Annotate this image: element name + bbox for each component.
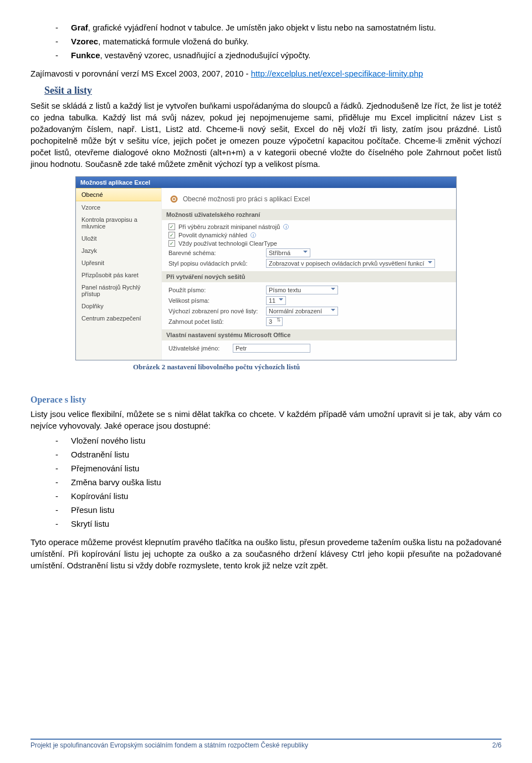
info-icon[interactable]: i [283, 224, 289, 230]
list-item: Graf, grafické vyjádření hodnot v tabulc… [55, 22, 502, 33]
heading-operace-s-listy: Operace s listy [30, 395, 502, 405]
checkbox-minipanel[interactable]: Při výběru zobrazit minipanel nástrojů [178, 223, 280, 230]
excel-options-dialog: Možnosti aplikace Excel Obecné Vzorce Ko… [75, 176, 457, 360]
sidebar-item-obecne[interactable]: Obecné [76, 188, 161, 201]
checkbox-cleartype[interactable]: Vždy používat technologii ClearType [178, 240, 277, 247]
heading-sesit-a-listy: Sešit a listy [44, 85, 502, 96]
operations-list: Vložení nového listu Odstranění listu Př… [55, 435, 502, 530]
sidebar-item-upresnit[interactable]: Upřesnit [76, 257, 161, 269]
paragraph-operace-end: Tyto operace můžeme provést klepnutím pr… [30, 536, 502, 571]
label-username: Uživatelské jméno: [168, 345, 229, 352]
footer-text: Projekt je spolufinancován Evropským soc… [30, 741, 308, 749]
sidebar-item-jazyk[interactable]: Jazyk [76, 245, 161, 257]
svg-point-1 [173, 198, 175, 200]
page-number: 2/6 [492, 741, 502, 749]
dialog-main-header: Obecné možnosti pro práci s aplikací Exc… [183, 195, 310, 203]
list-item: Vložení nového listu [55, 435, 502, 446]
dialog-sidebar: Obecné Vzorce Kontrola pravopisu a mluvn… [76, 188, 162, 360]
definition-list: Graf, grafické vyjádření hodnot v tabulc… [55, 22, 502, 61]
sidebar-item-doplnky[interactable]: Doplňky [76, 300, 161, 312]
list-item: Přejmenování listu [55, 462, 502, 474]
input-username[interactable]: Petr [233, 344, 310, 353]
list-item: Přesun listu [55, 504, 502, 516]
checkbox-icon[interactable]: ✓ [168, 232, 175, 238]
dialog-main-panel: Obecné možnosti pro práci s aplikací Exc… [162, 188, 456, 360]
sidebar-item-ulozit[interactable]: Uložit [76, 232, 161, 245]
section-ui-options: Možnosti uživatelského rozhraní [162, 209, 456, 220]
label-default-view: Výchozí zobrazení pro nové listy: [168, 308, 263, 314]
list-item: Odstranění listu [55, 449, 502, 460]
gear-icon [168, 194, 180, 205]
select-font[interactable]: Písmo textu [266, 286, 338, 294]
dialog-title-bar: Možnosti aplikace Excel [76, 177, 456, 188]
sidebar-item-kontrola[interactable]: Kontrola pravopisu a mluvnice [76, 213, 161, 232]
sidebar-item-rychly-pristup[interactable]: Panel nástrojů Rychlý přístup [76, 281, 161, 300]
label-color-scheme: Barevné schéma: [168, 250, 263, 256]
label-sheet-count: Zahrnout počet listů: [168, 318, 263, 325]
select-color-scheme[interactable]: Stříbrná [266, 248, 310, 257]
section-new-workbooks: Při vytváření nových sešitů [162, 271, 456, 282]
list-item: Změna barvy ouška listu [55, 476, 502, 488]
paragraph-links: Zajímavosti v porovnání verzí MS Excel 2… [30, 68, 502, 79]
sidebar-item-vzorce[interactable]: Vzorce [76, 201, 161, 213]
checkbox-icon[interactable]: ✓ [168, 240, 175, 247]
excel-limits-link[interactable]: http://excelplus.net/excel-specifikace-l… [251, 69, 423, 78]
label-font: Použít písmo: [168, 287, 263, 293]
select-default-view[interactable]: Normální zobrazení [266, 307, 338, 316]
select-tooltip-style[interactable]: Zobrazovat v popisech ovládacích prvků v… [266, 259, 435, 268]
section-ms-office-personal: Vlastní nastavení systému Microsoft Offi… [162, 329, 456, 340]
spinner-sheet-count[interactable]: 3 [266, 317, 283, 326]
list-item: Skrytí listu [55, 518, 502, 530]
info-icon[interactable]: i [250, 232, 256, 238]
figure-caption: Obrázek 2 nastavení libovolného počtu vý… [133, 363, 502, 372]
checkbox-icon[interactable]: ✓ [168, 223, 175, 230]
paragraph-operace-intro: Listy jsou velice flexibilní, můžete se … [30, 408, 502, 431]
checkbox-dynamic-preview[interactable]: Povolit dynamický náhled [178, 232, 247, 238]
select-font-size[interactable]: 11 [266, 296, 286, 305]
label-font-size: Velikost písma: [168, 297, 263, 304]
list-item: Funkce, vestavěný vzorec, usnadňující a … [55, 49, 502, 61]
page-footer: Projekt je spolufinancován Evropským soc… [0, 739, 532, 763]
list-item: Kopírování listu [55, 490, 502, 502]
sidebar-item-pas-karet[interactable]: Přizpůsobit pás karet [76, 269, 161, 281]
label-tooltip-style: Styl popisu ovládacích prvků: [168, 260, 263, 267]
paragraph-sesit: Sešit se skládá z listů a každý list je … [30, 100, 502, 170]
sidebar-item-centrum[interactable]: Centrum zabezpečení [76, 312, 161, 324]
list-item: Vzorec, matematická formule vložená do b… [55, 35, 502, 47]
